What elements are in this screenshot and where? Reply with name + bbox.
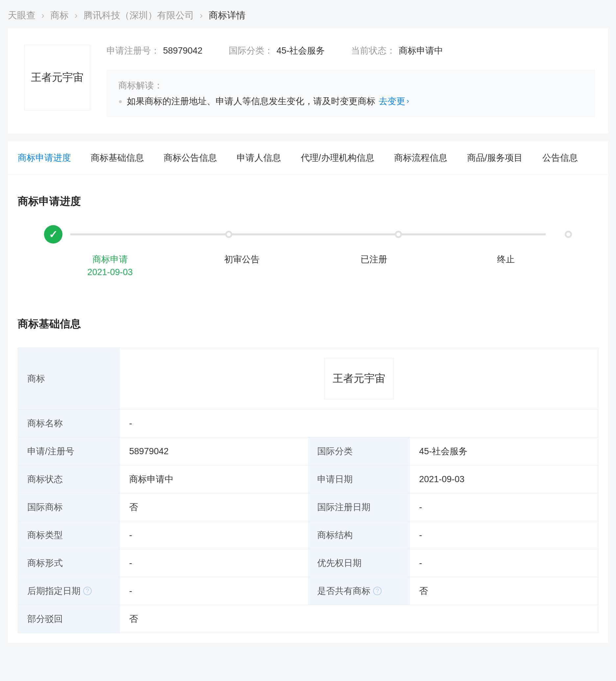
tab-basic[interactable]: 商标基础信息 [81,141,154,174]
tabs: 商标申请进度 商标基础信息 商标公告信息 申请人信息 代理/办理机构信息 商标流… [8,141,608,175]
progress-title: 商标申请进度 [18,194,598,209]
status-value: 商标申请中 [399,46,443,55]
progress-line [70,233,546,235]
table-header: 商标形式 [18,549,120,577]
help-icon[interactable]: ? [373,587,381,595]
table-header: 商标结构 [308,521,410,549]
table-header: 国际商标 [18,493,120,521]
table-header: 是否共有商标? [308,577,410,605]
step-node: ✓ [44,225,63,244]
table-value: 45-社会服务 [410,437,598,465]
table-header: 商标名称 [18,409,120,437]
chevron-right-icon: › [75,10,78,20]
bullet-icon: ● [118,98,122,105]
tab-notice[interactable]: 商标公告信息 [154,141,227,174]
table-header: 商标状态 [18,465,120,493]
help-icon[interactable]: ? [83,587,92,595]
breadcrumb: 天眼查 › 商标 › 腾讯科技（深圳）有限公司 › 商标详情 [0,0,616,28]
step-label: 初审公告 [176,253,308,277]
basic-section: 商标基础信息 商标 王者元宇宙 商标名称 - 申请/注册号 58979042 国… [8,297,608,643]
status-label: 当前状态： [351,46,395,55]
trademark-cell: 王者元宇宙 [120,348,598,409]
table-value: - [410,521,598,549]
table-header: 后期指定日期? [18,577,120,605]
table-header: 部分驳回 [18,605,120,633]
table-header: 国际分类 [308,437,410,465]
tab-announcement[interactable]: 公告信息 [533,141,588,174]
reg-no-label: 申请注册号： [106,46,160,55]
trademark-image: 王者元宇宙 [324,358,393,399]
table-header: 优先权日期 [308,549,410,577]
table-header: 国际注册日期 [308,493,410,521]
info-row: 申请注册号：58979042 国际分类：45-社会服务 当前状态：商标申请中 [106,45,595,56]
basic-title: 商标基础信息 [18,317,598,331]
table-value: - [120,521,308,549]
table-value: 否 [120,493,308,521]
change-link[interactable]: 去变更› [379,95,409,107]
table-value: 否 [410,577,598,605]
table-value: - [410,493,598,521]
step-label: 商标申请 2021-09-03 [44,253,176,277]
basic-table: 商标 王者元宇宙 商标名称 - 申请/注册号 58979042 国际分类 45-… [18,348,598,633]
table-header: 商标类型 [18,521,120,549]
table-value: - [120,577,308,605]
chevron-right-icon: › [406,97,409,105]
chevron-right-icon: › [42,10,44,20]
step-node [395,231,402,238]
table-value: 否 [120,605,598,633]
table-header: 申请/注册号 [18,437,120,465]
table-header: 申请日期 [308,465,410,493]
tab-applicant[interactable]: 申请人信息 [227,141,291,174]
breadcrumb-item[interactable]: 腾讯科技（深圳）有限公司 [83,10,194,20]
check-icon: ✓ [49,228,58,241]
tab-agency[interactable]: 代理/办理机构信息 [291,141,384,174]
breadcrumb-item[interactable]: 天眼查 [8,10,35,20]
step-label: 已注册 [308,253,440,277]
interpret-title: 商标解读： [118,79,583,91]
step-node [225,231,232,238]
class-value: 45-社会服务 [276,46,325,55]
table-value: 商标申请中 [120,465,308,493]
table-value: 58979042 [120,437,308,465]
tab-flow[interactable]: 商标流程信息 [384,141,457,174]
table-value: - [120,409,598,437]
table-value: - [120,549,308,577]
table-value: 2021-09-03 [410,465,598,493]
interpret-box: 商标解读： ● 如果商标的注册地址、申请人等信息发生变化，请及时变更商标 去变更… [106,70,595,117]
class-label: 国际分类： [229,46,273,55]
tab-progress[interactable]: 商标申请进度 [8,141,81,174]
tab-goods[interactable]: 商品/服务项目 [457,141,533,174]
chevron-right-icon: › [200,10,203,20]
trademark-logo: 王者元宇宙 [24,45,90,110]
breadcrumb-current: 商标详情 [209,10,246,20]
breadcrumb-item[interactable]: 商标 [50,10,69,20]
table-value: - [410,549,598,577]
table-header: 商标 [18,348,120,409]
reg-no-value: 58979042 [163,46,202,55]
interpret-text: 如果商标的注册地址、申请人等信息发生变化，请及时变更商标 [127,95,375,107]
step-label: 终止 [440,253,572,277]
progress-section: 商标申请进度 ✓ 商标申请 2021-09-03 初审公告 已注册 终止 [8,175,608,297]
header-card: 王者元宇宙 申请注册号：58979042 国际分类：45-社会服务 当前状态：商… [8,28,608,133]
step-node [565,231,572,238]
